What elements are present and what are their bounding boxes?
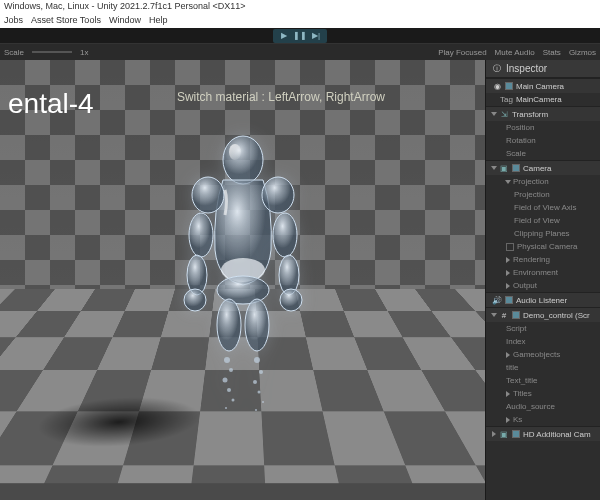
expand-icon[interactable] <box>506 283 510 289</box>
menu-assetstore[interactable]: Asset Store Tools <box>31 15 101 27</box>
text-title-field[interactable]: Text_title <box>486 374 600 387</box>
svg-point-13 <box>224 357 230 363</box>
camera-label: Camera <box>523 164 551 173</box>
expand-icon[interactable] <box>491 313 497 317</box>
audio-listener-component[interactable]: 🔊 Audio Listener <box>486 292 600 307</box>
script-enabled-checkbox[interactable] <box>512 311 520 319</box>
hd-enabled-checkbox[interactable] <box>512 430 520 438</box>
demo-control-component[interactable]: # Demo_control (Scr <box>486 307 600 322</box>
expand-icon[interactable] <box>492 431 496 437</box>
game-viewport[interactable]: ental-4 Switch material : LeftArrow, Rig… <box>0 60 485 500</box>
tag-label: Tag <box>500 95 513 104</box>
audio-source-field[interactable]: Audio_source <box>486 400 600 413</box>
audio-icon: 🔊 <box>492 295 502 305</box>
active-checkbox[interactable] <box>505 82 513 90</box>
expand-icon[interactable] <box>506 417 510 423</box>
projection-field[interactable]: Projection <box>486 188 600 201</box>
scale-label: Scale <box>4 48 24 57</box>
svg-point-17 <box>231 399 234 402</box>
menu-bar: Jobs Asset Store Tools Window Help <box>0 14 600 28</box>
hint-text-overlay: Switch material : LeftArrow, RightArrow <box>177 90 385 104</box>
fov-axis-field[interactable]: Field of View Axis <box>486 201 600 214</box>
stats-toggle[interactable]: Stats <box>543 48 561 57</box>
rotation-field[interactable]: Rotation <box>486 134 600 147</box>
material-title-overlay: ental-4 <box>8 88 94 120</box>
svg-point-14 <box>229 368 233 372</box>
inspector-title: Inspector <box>506 63 547 74</box>
hd-additional-camera-component[interactable]: ▣ HD Additional Cam <box>486 426 600 441</box>
svg-point-4 <box>189 213 213 257</box>
svg-point-0 <box>223 136 263 184</box>
tag-dropdown[interactable]: MainCamera <box>516 95 562 104</box>
position-field[interactable]: Position <box>486 121 600 134</box>
environment-section[interactable]: Environment <box>486 266 600 279</box>
expand-icon[interactable] <box>506 352 510 358</box>
camera-icon: ▣ <box>499 163 509 173</box>
svg-point-10 <box>217 276 269 304</box>
scale-value: 1x <box>80 48 88 57</box>
ks-section[interactable]: Ks <box>486 413 600 426</box>
svg-point-15 <box>222 378 227 383</box>
step-button[interactable]: ▶| <box>309 30 323 42</box>
clipping-field[interactable]: Clipping Planes <box>486 227 600 240</box>
mute-audio-toggle[interactable]: Mute Audio <box>495 48 535 57</box>
script-icon: # <box>499 310 509 320</box>
titles-section[interactable]: Titles <box>486 387 600 400</box>
expand-icon[interactable] <box>491 112 497 116</box>
output-section[interactable]: Output <box>486 279 600 292</box>
menu-jobs[interactable]: Jobs <box>4 15 23 27</box>
physical-checkbox[interactable] <box>506 243 514 251</box>
svg-point-18 <box>225 407 227 409</box>
audio-enabled-checkbox[interactable] <box>505 296 513 304</box>
transform-icon: ⇲ <box>499 109 509 119</box>
gizmos-dropdown[interactable]: Gizmos <box>569 48 596 57</box>
expand-icon[interactable] <box>505 180 511 184</box>
svg-point-23 <box>262 401 264 403</box>
expand-icon[interactable] <box>506 270 510 276</box>
svg-point-19 <box>254 357 260 363</box>
menu-help[interactable]: Help <box>149 15 168 27</box>
svg-point-12 <box>245 299 269 351</box>
scale-slider[interactable] <box>32 51 72 53</box>
gameobjects-section[interactable]: Gameobjects <box>486 348 600 361</box>
camera-component[interactable]: ▣ Camera <box>486 160 600 175</box>
svg-point-24 <box>255 409 257 411</box>
cube-icon: ◉ <box>492 81 502 91</box>
svg-point-25 <box>229 144 241 160</box>
play-focused-dropdown[interactable]: Play Focused <box>438 48 486 57</box>
hd-label: HD Additional Cam <box>523 430 591 439</box>
expand-icon[interactable] <box>506 391 510 397</box>
svg-point-16 <box>227 388 231 392</box>
index-field[interactable]: Index <box>486 335 600 348</box>
svg-point-3 <box>262 177 294 213</box>
play-controls-bar: ▶ ❚❚ ▶| <box>0 28 600 44</box>
transform-label: Transform <box>512 110 548 119</box>
character-model <box>153 130 333 430</box>
svg-point-8 <box>184 289 206 311</box>
inspector-icon: ⓘ <box>492 64 502 74</box>
scale-field[interactable]: Scale <box>486 147 600 160</box>
gameobject-name[interactable]: Main Camera <box>516 82 564 91</box>
expand-icon[interactable] <box>506 257 510 263</box>
camera-icon: ▣ <box>499 429 509 439</box>
fov-field[interactable]: Field of View <box>486 214 600 227</box>
svg-point-5 <box>273 213 297 257</box>
title-field[interactable]: title <box>486 361 600 374</box>
svg-point-22 <box>257 391 260 394</box>
rendering-section[interactable]: Rendering <box>486 253 600 266</box>
svg-point-21 <box>253 380 257 384</box>
inspector-panel: ⓘ Inspector ◉ Main Camera Tag MainCamera… <box>485 60 600 500</box>
svg-point-9 <box>280 289 302 311</box>
physical-camera-row[interactable]: Physical Camera <box>486 240 600 253</box>
svg-point-11 <box>217 299 241 351</box>
camera-enabled-checkbox[interactable] <box>512 164 520 172</box>
menu-window[interactable]: Window <box>109 15 141 27</box>
pause-button[interactable]: ❚❚ <box>293 30 307 42</box>
inspector-tab[interactable]: ⓘ Inspector <box>486 60 600 78</box>
gameobject-header[interactable]: ◉ Main Camera <box>486 78 600 93</box>
demo-label: Demo_control (Scr <box>523 311 590 320</box>
transform-component[interactable]: ⇲ Transform <box>486 106 600 121</box>
projection-section[interactable]: Projection <box>486 175 600 188</box>
play-button[interactable]: ▶ <box>277 30 291 42</box>
expand-icon[interactable] <box>491 166 497 170</box>
